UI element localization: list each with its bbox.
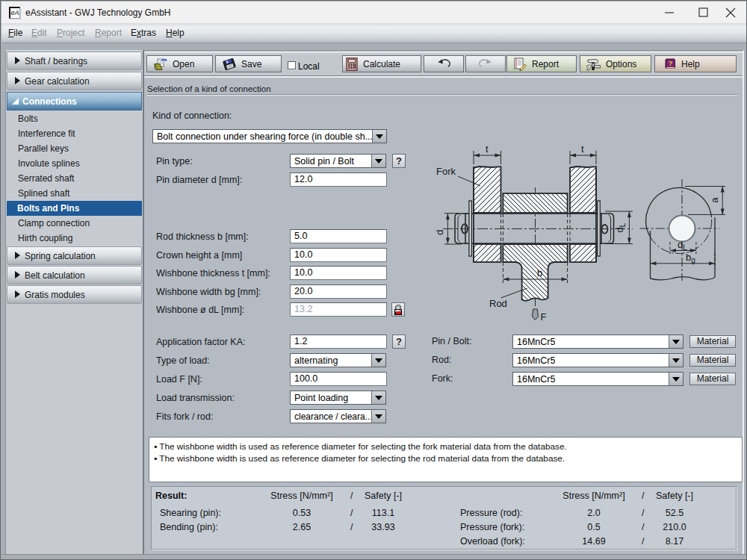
- svg-text:d: d: [434, 229, 445, 234]
- svg-text:t: t: [581, 143, 584, 155]
- svg-text:F: F: [541, 311, 547, 323]
- svg-text:Fork: Fork: [436, 166, 456, 177]
- svg-text:t: t: [486, 143, 489, 155]
- svg-text:b: b: [537, 267, 542, 279]
- svg-text:?: ?: [669, 59, 673, 67]
- svg-text:a: a: [709, 197, 720, 203]
- svg-text:Rod: Rod: [489, 298, 507, 309]
- svg-text:bg: bg: [686, 252, 695, 264]
- svg-text:dL: dL: [614, 223, 627, 232]
